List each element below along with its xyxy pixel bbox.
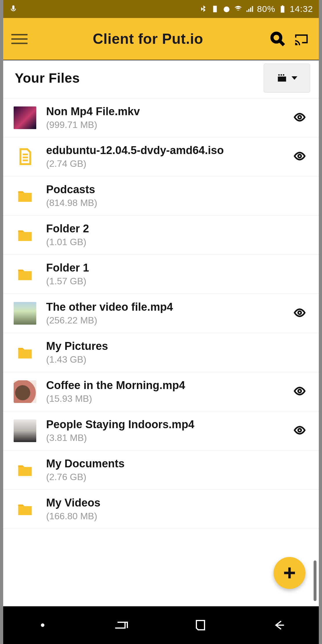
- folder-icon: [14, 224, 36, 246]
- battery-icon: [278, 5, 287, 13]
- file-row[interactable]: edubuntu-12.04.5-dvdy-amd64.iso(2.74 GB): [3, 137, 319, 176]
- file-size: (2.74 GB): [46, 158, 281, 169]
- file-name: Coffee in the Morning.mp4: [46, 379, 281, 392]
- svg-point-3: [272, 33, 281, 42]
- file-size: (999.71 MB): [46, 120, 281, 130]
- file-size: (1.57 GB): [46, 276, 281, 287]
- file-list[interactable]: Non Mp4 File.mkv(999.71 MB)edubuntu-12.0…: [3, 96, 319, 606]
- folder-icon: [14, 341, 36, 364]
- file-row[interactable]: Podcasts(814.98 MB): [3, 176, 319, 216]
- file-row[interactable]: My Pictures(1.43 GB): [3, 333, 319, 372]
- video-thumbnail: [14, 302, 36, 325]
- file-size: (15.93 MB): [46, 393, 281, 404]
- file-row[interactable]: Non Mp4 File.mkv(999.71 MB): [3, 98, 319, 137]
- file-size: (256.22 MB): [46, 315, 281, 326]
- file-name: The other video file.mp4: [46, 301, 281, 313]
- chevron-down-icon: [292, 76, 297, 80]
- file-name: Folder 1: [46, 262, 281, 274]
- file-name: People Staying Indoors.mp4: [46, 418, 281, 431]
- eye-icon: [294, 150, 306, 163]
- app-bar: Client for Put.io: [3, 18, 319, 60]
- document-icon: [14, 145, 36, 168]
- svg-rect-2: [282, 6, 283, 6]
- mic-indicator-icon: [9, 5, 18, 13]
- alarm-icon: [222, 5, 231, 13]
- clock-time: 14:32: [290, 4, 313, 14]
- file-size: (3.81 MB): [46, 433, 281, 443]
- nav-home-button[interactable]: [189, 616, 212, 634]
- search-button[interactable]: [268, 30, 287, 48]
- svg-rect-1: [281, 6, 285, 13]
- svg-point-11: [298, 311, 301, 314]
- svg-rect-7: [281, 74, 282, 76]
- file-name: Folder 2: [46, 222, 281, 235]
- nav-extra-button[interactable]: [31, 616, 54, 634]
- svg-point-10: [298, 155, 301, 158]
- android-navbar: [3, 606, 319, 644]
- svg-rect-8: [283, 74, 284, 76]
- file-name: My Pictures: [46, 340, 281, 352]
- file-name: edubuntu-12.04.5-dvdy-amd64.iso: [46, 144, 281, 157]
- watched-toggle[interactable]: [291, 424, 308, 437]
- file-row[interactable]: Coffee in the Morning.mp4(15.93 MB): [3, 372, 319, 411]
- android-statusbar: 80% 14:32: [3, 0, 319, 18]
- svg-point-13: [298, 429, 301, 432]
- file-size: (166.80 MB): [46, 511, 281, 522]
- svg-rect-5: [278, 77, 286, 82]
- video-thumbnail: [14, 106, 36, 129]
- file-row[interactable]: Folder 1(1.57 GB): [3, 255, 319, 294]
- eye-icon: [294, 111, 306, 124]
- menu-button[interactable]: [11, 31, 28, 47]
- svg-rect-6: [278, 74, 280, 76]
- battery-percent: 80%: [257, 4, 275, 14]
- file-row[interactable]: My Videos(166.80 MB): [3, 490, 319, 529]
- filter-icon: [276, 72, 287, 84]
- file-name: My Documents: [46, 457, 281, 470]
- wifi-icon: [234, 5, 243, 13]
- watched-toggle[interactable]: [291, 385, 308, 398]
- vibrate-icon: [211, 5, 219, 13]
- file-name: Podcasts: [46, 183, 281, 196]
- file-size: (814.98 MB): [46, 198, 281, 208]
- svg-point-12: [298, 390, 301, 393]
- eye-icon: [294, 424, 306, 437]
- folder-icon: [14, 184, 36, 207]
- folder-icon: [14, 459, 36, 481]
- watched-toggle[interactable]: [291, 111, 308, 124]
- app-title: Client for Put.io: [33, 30, 263, 47]
- folder-icon: [14, 263, 36, 285]
- file-row[interactable]: The other video file.mp4(256.22 MB): [3, 294, 319, 333]
- eye-icon: [294, 385, 306, 398]
- video-thumbnail: [14, 380, 36, 403]
- file-name: Non Mp4 File.mkv: [46, 105, 281, 118]
- page-title: Your Files: [15, 70, 80, 86]
- bluetooth-icon: [199, 5, 208, 13]
- file-size: (2.76 GB): [46, 472, 281, 482]
- watched-toggle[interactable]: [291, 307, 308, 320]
- svg-line-4: [280, 41, 284, 45]
- add-fab[interactable]: [274, 557, 305, 589]
- signal-icon: [245, 5, 254, 13]
- file-row[interactable]: People Staying Indoors.mp4(3.81 MB): [3, 411, 319, 451]
- nav-back-button[interactable]: [268, 616, 291, 634]
- scroll-indicator[interactable]: [314, 560, 316, 601]
- section-header: Your Files: [3, 60, 319, 96]
- folder-icon: [14, 498, 36, 520]
- svg-point-9: [298, 115, 301, 119]
- view-filter-button[interactable]: [264, 64, 310, 93]
- nav-recents-button[interactable]: [110, 616, 133, 634]
- file-row[interactable]: My Documents(2.76 GB): [3, 451, 319, 490]
- video-thumbnail: [14, 419, 36, 442]
- eye-icon: [294, 307, 306, 320]
- file-size: (1.01 GB): [46, 237, 281, 247]
- file-name: My Videos: [46, 497, 281, 509]
- watched-toggle[interactable]: [291, 150, 308, 163]
- file-row[interactable]: Folder 2(1.01 GB): [3, 216, 319, 255]
- cast-button[interactable]: [292, 30, 311, 48]
- file-size: (1.43 GB): [46, 354, 281, 365]
